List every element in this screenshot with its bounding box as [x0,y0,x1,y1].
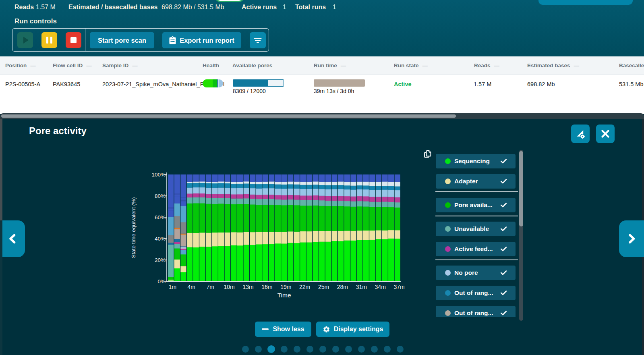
svg-text:60%: 60% [155,214,166,220]
svg-text:19m: 19m [280,284,291,290]
svg-text:20%: 20% [155,257,166,263]
svg-text:34m: 34m [375,284,386,290]
svg-text:80%: 80% [155,193,166,199]
svg-text:25m: 25m [318,284,329,290]
svg-text:40%: 40% [155,236,166,242]
svg-text:100%: 100% [151,172,166,178]
svg-text:37m: 37m [393,284,404,290]
svg-text:0%: 0% [157,278,166,284]
svg-text:Time: Time [277,292,291,299]
svg-text:28m: 28m [337,284,348,290]
svg-text:State time equivalent (%): State time equivalent (%) [130,197,137,258]
svg-text:1m: 1m [169,284,176,290]
svg-text:16m: 16m [261,284,272,290]
svg-text:13m: 13m [242,284,253,290]
svg-text:22m: 22m [299,284,310,290]
svg-text:31m: 31m [356,284,367,290]
svg-text:10m: 10m [224,284,234,290]
svg-text:7m: 7m [206,284,214,290]
svg-text:4m: 4m [188,284,195,290]
